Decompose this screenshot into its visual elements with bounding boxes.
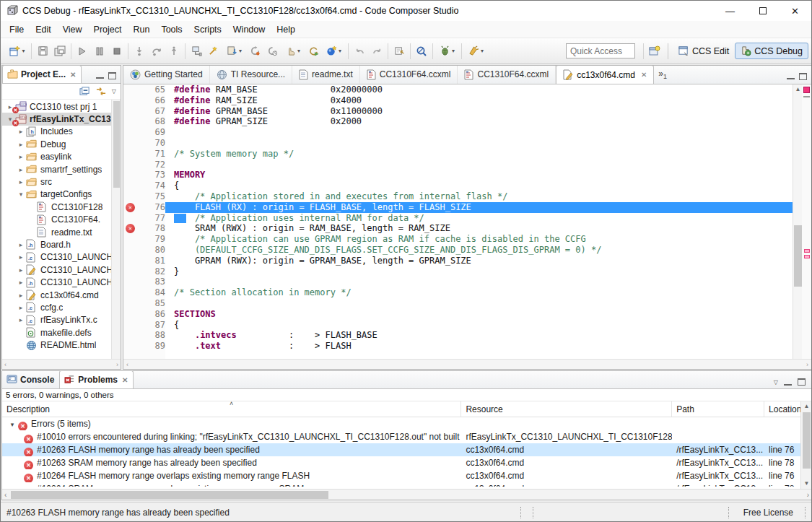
refresh-icon[interactable] — [305, 43, 322, 60]
collapse-all-icon[interactable] — [79, 87, 90, 97]
tree-item-debug[interactable]: ▸Debug — [2, 138, 111, 150]
resume-icon[interactable] — [74, 43, 91, 60]
tree-item-cc1310-test-prj-1[interactable]: ▸CCS✕CC1310 test prj 1 — [2, 100, 111, 113]
chevron-right-icon[interactable]: ▸ — [16, 253, 26, 261]
tree-item-cc1310f64-[interactable]: CC1310F64. — [2, 214, 111, 226]
code-line-88[interactable]: .intvecs : > FLASH_BASE — [174, 330, 793, 341]
link-with-editor-icon[interactable] — [95, 87, 107, 97]
tree-item-cc13x0f64-cmd[interactable]: ▸cc13x0f64.cmd — [2, 289, 111, 301]
code-line-82[interactable]: } — [174, 266, 793, 277]
code-line-72[interactable] — [174, 160, 793, 170]
tab-console[interactable]: Console — [2, 370, 59, 388]
more-tabs-indicator[interactable]: »1 — [654, 69, 671, 80]
close-icon[interactable]: ✕ — [70, 71, 76, 79]
minimize-view-icon[interactable] — [787, 73, 795, 79]
tree-item-readme-html[interactable]: README.html — [2, 339, 111, 351]
code-line-84[interactable]: /* Section allocation in memory */ — [174, 287, 793, 298]
code-line-89[interactable]: .text : > FLASH — [174, 341, 793, 352]
chevron-right-icon[interactable]: ▸ — [16, 128, 26, 135]
close-icon[interactable]: ✕ — [641, 71, 647, 79]
tree-item-rfeasylinktx-cc13[interactable]: ▾RTSC✕rfEasyLinkTx_CC13 — [2, 113, 111, 125]
editor-tab-readme-txt[interactable]: readme.txt — [292, 65, 360, 84]
overview-marker[interactable] — [804, 255, 810, 258]
new-file-icon[interactable]: ▾ — [5, 43, 29, 60]
load-program-icon[interactable]: ▾ — [222, 43, 246, 60]
menu-window[interactable]: Window — [227, 22, 271, 37]
editor-hscrollbar[interactable]: ‹› — [123, 359, 811, 369]
search-icon[interactable] — [413, 43, 430, 60]
debug-launch-icon[interactable]: ▾ — [322, 43, 346, 60]
column-resource[interactable]: Resource — [461, 401, 672, 417]
code-line-65[interactable]: #define RAM_BASE 0x20000000 — [174, 84, 793, 95]
chevron-right-icon[interactable]: ▸ — [16, 166, 26, 173]
code-line-79[interactable]: /* Application can use GPRAM region as R… — [174, 234, 793, 245]
maximize-view-icon[interactable] — [798, 378, 806, 386]
editor-tab-cc1310f64-ccxml[interactable]: CC1310F64.ccxml — [360, 65, 458, 84]
code-line-85[interactable] — [174, 298, 793, 309]
chevron-down-icon[interactable]: ▾ — [6, 418, 18, 430]
menu-edit[interactable]: Edit — [30, 22, 57, 37]
problems-error-row[interactable]: ✕#10010 errors encountered during linkin… — [2, 430, 800, 443]
menu-file[interactable]: File — [4, 22, 30, 37]
restart-icon[interactable] — [246, 43, 263, 60]
minimize-button[interactable]: — — [714, 1, 746, 21]
editor-tab-cc13x0f64-cmd[interactable]: cc13x0f64.cmd✕ — [556, 65, 654, 84]
step-over-icon[interactable] — [148, 43, 165, 60]
code-area[interactable]: ✕✕ 6566676869707172737475767778798081828… — [123, 84, 793, 359]
chevron-right-icon[interactable]: ▸ — [16, 153, 26, 160]
error-marker-icon[interactable]: ✕ — [126, 224, 135, 233]
tab-problems[interactable]: Problems ✕ — [59, 370, 134, 388]
scroll-thumb[interactable] — [794, 225, 802, 287]
problems-vscrollbar[interactable]: ▲ ▼ — [800, 401, 811, 489]
step-return-icon[interactable] — [165, 43, 183, 60]
chevron-right-icon[interactable]: ▸ — [16, 178, 26, 186]
reset-cpu-icon[interactable] — [263, 43, 281, 60]
editor-vscrollbar[interactable]: ▲ — [793, 84, 802, 359]
save-icon[interactable] — [34, 43, 51, 60]
touch-icon[interactable]: ▾ — [281, 43, 305, 60]
tree-item-src[interactable]: ▸src — [2, 175, 111, 188]
back-icon[interactable] — [351, 43, 368, 60]
maximize-button[interactable] — [746, 1, 779, 21]
suspend-icon[interactable] — [91, 43, 108, 60]
code-text[interactable]: #define RAM_BASE 0x20000000#define RAM_S… — [165, 84, 793, 359]
menu-run[interactable]: Run — [127, 22, 155, 37]
tree-item-board-h[interactable]: ▸.hBoard.h — [2, 238, 111, 251]
open-perspective-icon[interactable] — [646, 43, 663, 60]
code-line-86[interactable]: SECTIONS — [174, 309, 793, 320]
step-into-icon[interactable] — [131, 43, 148, 60]
problems-error-row[interactable]: ✕#10264 FLASH memory range overlaps exis… — [2, 469, 800, 482]
tab-project-explorer[interactable]: Project E... ✕ — [2, 65, 82, 83]
code-line-74[interactable]: { — [174, 180, 793, 191]
tree-item-ccfg-c[interactable]: ▸.cccfg.c — [2, 301, 111, 313]
tree-item-cc1310-launch[interactable]: ▸.cCC1310_LAUNCH — [2, 251, 111, 264]
overview-error-indicator[interactable] — [803, 87, 810, 93]
menu-help[interactable]: Help — [271, 22, 301, 37]
chevron-right-icon[interactable]: ▸ — [16, 266, 26, 274]
code-line-80[interactable]: (DEFAULT_CCFG_SIZE_AND_DIS_FLAGS.SET_CCF… — [174, 245, 793, 256]
chevron-right-icon[interactable]: ▸ — [16, 304, 26, 311]
code-line-67[interactable]: #define GPRAM_BASE 0x11000000 — [174, 106, 793, 117]
code-line-66[interactable]: #define RAM_SIZE 0x4000 — [174, 95, 793, 106]
editor-tab-getting-started[interactable]: Getting Started — [123, 65, 210, 84]
column-path[interactable]: Path — [672, 401, 764, 417]
connect-target-icon[interactable] — [188, 43, 205, 60]
chevron-right-icon[interactable]: ▸ — [16, 279, 26, 286]
save-all-icon[interactable] — [51, 43, 69, 60]
tree-item-easylink[interactable]: ▸easylink — [2, 151, 111, 163]
code-line-75[interactable]: /* Application stored in and executes fr… — [174, 191, 793, 202]
tree-item-cc1310-launch[interactable]: ▸CC1310_LAUNCH — [2, 264, 111, 276]
code-line-68[interactable]: #define GPRAM_SIZE 0x2000 — [174, 116, 793, 127]
code-line-76[interactable]: FLASH (RX) : origin = FLASH_BASE, length… — [165, 202, 793, 213]
tree-item-cc1310-launch[interactable]: ▸.hCC1310_LAUNCH — [2, 276, 111, 288]
terminate-icon[interactable] — [108, 43, 126, 60]
tree-item-includes[interactable]: ▸hIncludes — [2, 126, 111, 138]
external-tools-icon[interactable]: ▾ — [435, 43, 459, 60]
tree-item-readme-txt[interactable]: readme.txt — [2, 226, 111, 238]
column-location[interactable]: Location — [764, 401, 800, 417]
error-marker-icon[interactable]: ✕ — [126, 203, 135, 212]
code-line-70[interactable] — [174, 138, 793, 149]
chevron-right-icon[interactable]: ▸ — [16, 292, 26, 299]
code-line-77[interactable]: /* Application uses internal RAM for dat… — [174, 213, 793, 224]
code-line-81[interactable]: GPRAM (RWX): origin = GPRAM_BASE, length… — [174, 256, 793, 266]
